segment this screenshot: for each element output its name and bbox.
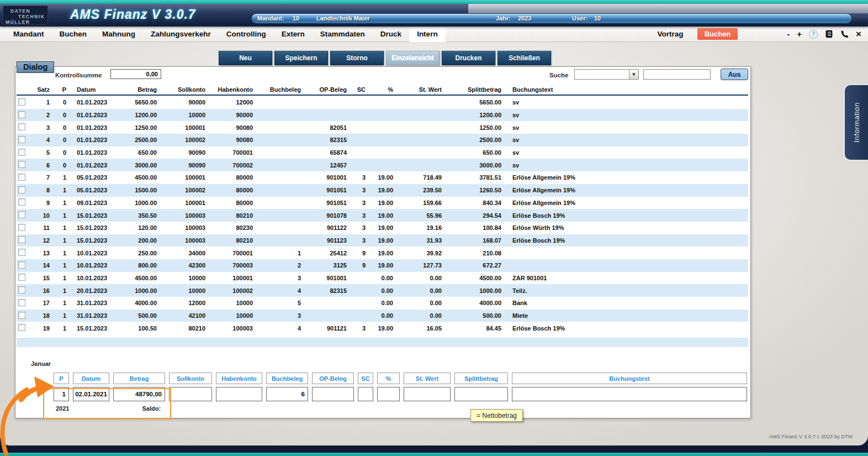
menu-item-zahlungsverkehr[interactable]: Zahlungsverkehr (143, 27, 219, 41)
row-checkbox[interactable] (18, 299, 25, 306)
logo-line-2: TECHNIK (3, 14, 47, 19)
cell-datum: 31.01.2023 (67, 312, 123, 319)
suche-input[interactable] (643, 69, 711, 80)
entry-input-splittbetrag[interactable] (454, 387, 508, 401)
jahr-value: 2023 (518, 15, 531, 22)
menu-right: Vortrag Buchen - + ? × (658, 28, 868, 40)
phone-icon[interactable] (840, 30, 849, 38)
cell-sollkonto: 100001 (158, 200, 207, 206)
row-checkbox[interactable] (18, 324, 25, 331)
cell-sollkonto: 80210 (158, 325, 207, 332)
app-title: AMS Finanz V 3.0.7 (70, 7, 196, 22)
menu-item-stammdaten[interactable]: Stammdaten (313, 27, 373, 41)
information-tab[interactable]: Information (844, 84, 868, 161)
cell-habenkonto: 80000 (207, 200, 254, 206)
cell-buchbeleg: 5 (254, 300, 302, 306)
col-header-col: % (367, 86, 394, 93)
row-checkbox[interactable] (18, 161, 25, 168)
entry-section: Januar PDatumBetragSollkontoHabenkontoBu… (15, 360, 750, 412)
entry-input-habenkonto[interactable] (216, 387, 262, 401)
chevron-down-icon[interactable]: ▼ (629, 70, 638, 79)
journal-icon[interactable] (825, 30, 833, 38)
row-checkbox[interactable] (18, 136, 25, 143)
cell-op-beleg: 901123 (302, 237, 348, 244)
menu-item-buchen[interactable]: Buchen (52, 27, 95, 41)
copyright-text: AMS Finanz V 3.0.7 c 2023 by DTM (769, 433, 853, 439)
cell-p: 1 (51, 275, 67, 281)
menu-item-controlling[interactable]: Controlling (219, 27, 274, 41)
cell-satz: 17 (30, 300, 51, 306)
row-checkbox[interactable] (18, 286, 25, 293)
entry-input-op-beleg[interactable] (312, 387, 354, 401)
cell-datum: 01.01.2023 (67, 137, 123, 143)
cell-splittbetrag: 168.07 (443, 237, 502, 244)
cell-p: 0 (51, 162, 67, 169)
menu-item-mahnung[interactable]: Mahnung (94, 27, 143, 41)
cell-buchungstext: Erlöse Würth 19% (502, 224, 748, 231)
minimize-icon[interactable]: - (787, 30, 790, 38)
cell-st-wert: 718.49 (394, 174, 443, 181)
row-checkbox[interactable] (18, 312, 25, 319)
cell-datum: 10.01.2023 (67, 275, 123, 281)
entry-input-col[interactable] (377, 387, 400, 401)
row-checkbox[interactable] (18, 123, 25, 130)
menu-item-intern[interactable]: Intern (409, 27, 446, 41)
cell-col: 19.00 (367, 250, 394, 256)
cell-habenkonto: 80000 (207, 187, 254, 193)
row-checkbox[interactable] (18, 198, 25, 206)
row-checkbox[interactable] (18, 261, 25, 269)
table-header: SatzPDatumBetragSollkontoHabenkontoBuchb… (17, 85, 748, 96)
close-icon[interactable]: × (856, 30, 861, 38)
row-checkbox[interactable] (18, 249, 25, 256)
menu-item-extern[interactable]: Extern (274, 27, 313, 41)
cell-buchungstext: Miete (502, 312, 748, 319)
kontrollsumme-input[interactable]: 0,00 (110, 69, 161, 79)
row-checkbox[interactable] (18, 111, 25, 118)
cell-datum: 01.01.2023 (67, 99, 123, 106)
vortrag-menu-item[interactable]: Vortrag (658, 30, 684, 38)
toolbar-button-schlie-en[interactable]: Schließen (497, 51, 551, 65)
cell-splittbetrag: 84.45 (443, 325, 502, 332)
aus-button[interactable]: Aus (721, 69, 748, 80)
dialog-tab[interactable]: Dialog (17, 61, 54, 73)
toolbar-button-neu[interactable]: Neu (219, 51, 272, 65)
cell-splittbetrag: 672.27 (443, 262, 502, 269)
row-checkbox[interactable] (18, 186, 25, 193)
user-value: 10 (594, 15, 601, 22)
toolbar-button-drucken[interactable]: Drucken (442, 51, 495, 65)
toolbar-button-einzelansicht[interactable]: Einzelansicht (386, 51, 440, 65)
entry-input-datum[interactable]: 02.01.2021 (73, 387, 109, 401)
menu-item-druck[interactable]: Druck (373, 27, 409, 41)
help-icon[interactable]: ? (809, 30, 818, 39)
cell-buchungstext: sv (502, 99, 748, 106)
entry-input-buchungstext[interactable] (512, 387, 747, 401)
menu-item-mandant[interactable]: Mandant (6, 27, 52, 41)
row-checkbox[interactable] (18, 98, 25, 106)
entry-input-buchbeleg[interactable]: 6 (266, 387, 308, 401)
row-checkbox[interactable] (18, 236, 25, 243)
cell-col: 0.00 (367, 287, 394, 294)
entry-input-sc[interactable] (358, 387, 373, 401)
cell-sollkonto: 100001 (158, 124, 207, 131)
buchen-button[interactable]: Buchen (697, 28, 738, 40)
maximize-icon[interactable]: + (797, 30, 802, 38)
cell-sc: 9 (348, 250, 367, 256)
toolbar-button-storno[interactable]: Storno (330, 51, 384, 65)
row-checkbox[interactable] (18, 224, 25, 231)
entry-input-st-wert[interactable] (404, 387, 451, 401)
row-checkbox[interactable] (18, 174, 25, 181)
cell-betrag: 1000.00 (123, 287, 158, 294)
cell-satz: 3 (30, 124, 51, 131)
row-checkbox[interactable] (18, 149, 25, 156)
cell-p: 1 (51, 174, 67, 181)
cell-buchungstext: Bank (502, 300, 748, 306)
entry-input-sollkonto[interactable] (169, 387, 212, 401)
row-checkbox[interactable] (18, 274, 25, 281)
suche-field-select[interactable]: ▼ (574, 69, 639, 80)
cell-betrag: 1250.00 (123, 124, 158, 131)
row-checkbox[interactable] (18, 211, 25, 218)
cell-datum: 01.01.2023 (67, 124, 123, 131)
entry-input-p[interactable]: 1 (54, 387, 69, 401)
entry-input-betrag[interactable]: 48790,00 (113, 387, 165, 401)
toolbar-button-speichern[interactable]: Speichern (274, 51, 328, 65)
